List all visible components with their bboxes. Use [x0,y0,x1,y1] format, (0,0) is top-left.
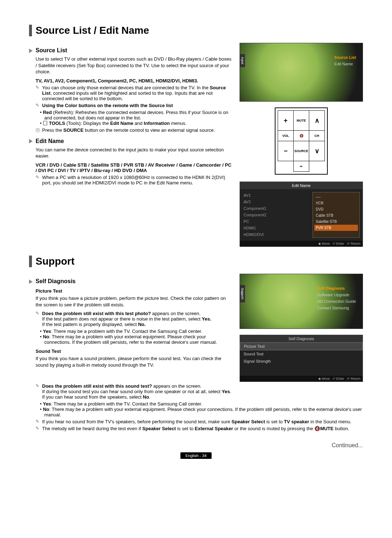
osd-diag-header: Self Diagnosis [240,335,363,342]
picture-test-heading: Picture Test [36,288,233,294]
osd-opt-satellite-stb: Satellite STB [314,219,358,225]
remote-source-label: SOURCE [294,141,309,161]
tools-icon: 🞎 [43,121,48,126]
osd-support-menu: Support Self Diagnosis Software Upgrade … [240,274,363,329]
note-icon: ✎ [36,103,42,108]
edit-name-intro: You can name the device connected to the… [36,147,233,159]
bullet-red-refresh: Red (Refresh): Refreshes the connected e… [44,110,233,121]
osd-tab-input: Input [240,54,245,67]
remote-ch-down: ∨ [309,141,325,161]
osd-src-hdmi2dvi: HDMI2/DVI [244,231,306,238]
osd-item-hd-connection-guide: HD Connection Guide [317,298,356,305]
osd-src-hdmi1: HDMI1 [244,225,306,231]
osd-item-edit-name: Edit Name [334,61,356,67]
mute-icon: 🔇 [314,426,320,431]
osd-tab-support: Support [240,285,245,302]
note-color-buttons: ✎ Using the Color buttons on the remote … [36,103,233,108]
bullet-pic-no: No: There may be a problem with your ext… [44,334,233,345]
note-pc-resolution: ✎ When a PC with a resolution of 1920 x … [36,175,233,186]
osd-src-av2: AV2 [244,199,306,205]
osd-footer: ◆ Move ⏎ Enter ↺ Return [240,241,363,246]
osd-edit-name-header: Edit Name [240,182,363,189]
osd-opt-dvd: DVD [314,206,358,212]
osd-src-av1: AV1 [244,192,306,199]
osd-self-diagnosis: Self Diagnosis Picture Test Sound Test S… [240,335,363,382]
osd-src-component1: Component1 [244,205,306,212]
note-icon: ✎ [36,311,42,327]
note-icon: ✎ [36,419,42,424]
note-icon: ✎ [36,175,42,186]
remote-control-diagram: +MUTE∧ VOL🔇CH −SOURCE∨ ⇨ [275,107,328,175]
subheading-edit-name: Edit Name [29,138,233,144]
bullet-snd-yes: Yes: There may be a problem with the TV.… [44,401,363,407]
osd-edit-name: Edit Name AV1 AV2 Component1 Component2 … [240,182,363,247]
note-icon: ✎ [36,426,42,431]
source-list-intro: Use to select TV or other external input… [36,56,233,75]
osd-opt-pvr-stb: PVR STB [314,225,358,231]
bullet-pic-yes: Yes: There may be a problem with the TV.… [44,329,233,334]
osd-diag-signal-strength: Signal Strength [240,358,363,365]
note-picture-question: ✎ Does the problem still exist with this… [36,311,233,327]
remote-vol-up: + [278,111,294,131]
subheading-self-diagnosis: Self Diagnosis [29,278,233,285]
button-icon: ⓝ [36,127,42,134]
continued-label: Continued... [29,442,363,449]
edit-name-devices: VCR / DVD / Cable STB / Satellite STB / … [36,162,233,173]
remote-ch-label: CH [309,131,325,141]
osd-src-component2: Component2 [244,212,306,218]
remote-vol-label: VOL [278,131,294,141]
osd-footer: ◆ Move ⏎ Enter ↺ Return [240,376,363,382]
sound-test-heading: Sound Test [36,349,233,354]
remote-source-icon: ⇨ [294,161,309,172]
bullet-tools: 🞎 TOOLS (Tools): Displays the Edit Name … [44,121,233,126]
note-press-source: ⓝ Press the SOURCE button on the remote … [36,127,233,134]
note-speaker-select: ✎ If you hear no sound from the TV's spe… [36,419,363,424]
page-number: English - 34 [180,452,212,459]
remote-ch-up: ∧ [309,111,325,131]
note-melody: ✎ The melody will be heard during the te… [36,426,363,431]
osd-item-source-list: Source List [334,54,356,61]
osd-diag-sound-test: Sound Test [240,350,363,358]
remote-vol-down: − [278,141,294,161]
heading-source-list-edit-name: Source List / Edit Name [29,25,363,36]
picture-test-intro: If you think you have a picture problem,… [36,295,233,308]
note-choose-devices: ✎ You can choose only those external dev… [36,85,233,101]
source-list-sources: TV, AV1, AV2, Component1, Component2, PC… [36,78,233,83]
osd-opt-cable-stb: Cable STB [314,212,358,219]
osd-item-software-upgrade: Software Upgrade [317,292,356,298]
remote-mute-icon: 🔇 [294,131,309,141]
subheading-source-list: Source List [29,47,233,54]
osd-input-menu: Input Source List Edit Name [240,43,363,102]
osd-item-self-diagnosis: Self Diagnosis [317,285,356,292]
heading-support: Support [29,256,363,267]
osd-src-pc: PC [244,218,306,225]
note-sound-question: ✎ Does the problem still exist with this… [36,383,363,400]
osd-item-contact-samsung: Contact Samsung [317,305,356,311]
osd-opt-vcr: VCR [314,200,358,206]
osd-sep: ---- [314,194,358,200]
note-icon: ✎ [36,383,42,400]
note-icon: ✎ [36,85,42,101]
sound-test-intro: If you think you have a sound problem, p… [36,355,233,368]
remote-mute-label: MUTE [294,111,309,131]
osd-diag-picture-test: Picture Test [240,342,363,350]
bullet-snd-no: No: There may be a problem with your ext… [44,407,363,417]
